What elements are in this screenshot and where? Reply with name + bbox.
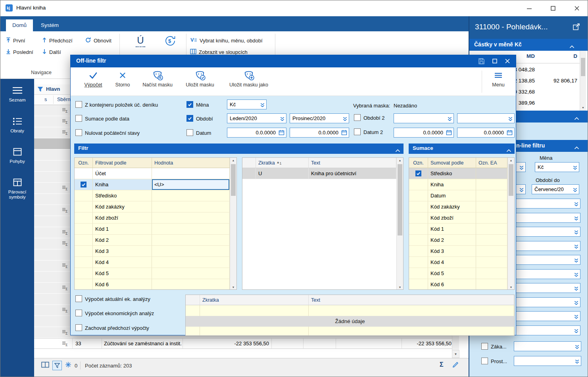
obdobi-to-combo[interactable]: Prosinec/2020 <box>290 113 349 123</box>
label-cell[interactable]: Kód 6 <box>93 279 152 290</box>
value-cell[interactable] <box>476 246 507 257</box>
obdobi2-from-combo[interactable] <box>394 113 454 123</box>
select-book-button[interactable]: V Vybrat knihu, měnu, období <box>190 36 263 45</box>
checkbox-cell[interactable] <box>409 268 428 279</box>
value-cell[interactable] <box>476 235 507 246</box>
value-cell[interactable] <box>152 224 230 235</box>
sumace-data-checkbox[interactable] <box>75 115 82 122</box>
label-cell[interactable]: Kód zboží <box>93 212 152 224</box>
lookup-row[interactable]: UKniha pro účetnictví <box>242 168 396 179</box>
checkbox-cell[interactable] <box>75 201 93 212</box>
obdobi-do-combo[interactable]: Červenec/20 <box>532 184 579 194</box>
next-button[interactable]: Další <box>42 48 61 56</box>
maximize-button[interactable] <box>544 0 562 16</box>
value-cell[interactable] <box>476 224 507 235</box>
filtr-row[interactable]: Kód 2 <box>75 235 230 246</box>
external-link-icon[interactable] <box>573 23 580 33</box>
obdobi-checkbox[interactable] <box>186 115 193 122</box>
first-button[interactable]: První <box>6 36 25 45</box>
value-cell[interactable] <box>152 257 230 268</box>
sidebar-item-pohyby[interactable]: Pohyby <box>0 148 34 164</box>
mena-combo[interactable]: Kč <box>535 162 579 172</box>
filtr-row[interactable]: Kód 1 <box>75 224 230 235</box>
label-cell[interactable]: Účet <box>93 168 152 179</box>
column-header-hodnota[interactable]: Hodnota <box>152 158 230 168</box>
datum-to-field[interactable]: 0.0.0000 <box>290 128 349 138</box>
close-icon[interactable] <box>503 57 512 65</box>
filtr-row[interactable]: Středisko <box>75 190 230 201</box>
column-header-zkratka[interactable]: Zkratka <box>200 295 309 305</box>
edit-pencil-icon[interactable] <box>452 362 459 368</box>
scrollbar-thumb[interactable] <box>231 164 236 196</box>
scroll-down-arrow[interactable]: ▼ <box>508 285 514 289</box>
lookup-table-scrollbar[interactable]: ▲ ▼ <box>396 158 403 289</box>
sidebar-item-seznam[interactable]: Seznam <box>0 86 34 103</box>
value-cell[interactable] <box>152 212 230 224</box>
filtr-row[interactable]: Kód 6 <box>75 279 230 290</box>
freeze-icon[interactable] <box>65 362 71 368</box>
filtr-row[interactable]: Kód zakázky <box>75 201 230 212</box>
label-cell[interactable]: Kód 4 <box>93 257 152 268</box>
obdobi-from-combo[interactable]: Leden/2020 <box>227 113 286 123</box>
sum-row[interactable]: Datum <box>409 190 507 201</box>
checkbox-cell[interactable] <box>75 224 93 235</box>
sidebar-item-obraty[interactable]: Obraty <box>0 117 34 134</box>
table-row-33[interactable]: Σ 33 Zúčtování se zaměstnanci a instit. … <box>34 338 452 349</box>
checkbox-cell[interactable] <box>409 212 428 224</box>
row-checkbox[interactable] <box>415 170 421 176</box>
scroll-up-arrow[interactable]: ▲ <box>508 158 514 163</box>
refresh-button[interactable]: Obnovit <box>85 36 111 45</box>
datum2-from-field[interactable]: 0.0.0000 <box>394 128 454 138</box>
value-cell[interactable] <box>476 257 507 268</box>
value-cell[interactable] <box>152 268 230 279</box>
checkbox-cell[interactable] <box>75 212 93 224</box>
amounts-scrollbar[interactable]: ▼ <box>580 51 586 111</box>
sum-icon[interactable]: Σ <box>440 361 444 368</box>
load-mask-button[interactable]: Načíst masku <box>137 69 178 88</box>
mena-checkbox[interactable] <box>186 101 193 108</box>
value-cell[interactable] <box>152 201 230 212</box>
scroll-down-arrow[interactable]: ▼ <box>452 350 459 358</box>
ekonomicke-analyzy-checkbox[interactable] <box>75 310 82 316</box>
datum2-to-field[interactable]: 0.0.0000 <box>457 128 515 138</box>
scroll-down-arrow[interactable]: ▼ <box>230 285 236 289</box>
calendar-icon[interactable] <box>446 130 452 137</box>
label-cell[interactable]: Kód 5 <box>93 268 152 279</box>
checkbox-cell[interactable] <box>75 190 93 201</box>
sum-row[interactable]: Kód 3 <box>409 246 507 257</box>
sum-row[interactable]: Kód zakázky <box>409 201 507 212</box>
column-header-zkratka[interactable]: Zkratka ▲1 <box>256 158 309 168</box>
filtr-row[interactable]: Kód zboží <box>75 212 230 224</box>
sum-row[interactable]: Středisko <box>409 168 507 179</box>
filtr-row[interactable]: Účet <box>75 168 230 179</box>
save-icon[interactable] <box>477 57 486 65</box>
label-cell[interactable]: Kód zboží <box>428 212 476 224</box>
minimize-button[interactable] <box>520 0 538 16</box>
focused-value-cell[interactable]: <U> <box>152 179 230 190</box>
storno-button[interactable]: Storno <box>111 69 134 88</box>
checkbox-cell[interactable] <box>242 168 256 179</box>
value-cell[interactable]: Kniha pro účetnictví <box>309 168 396 179</box>
table-row[interactable] <box>186 327 514 336</box>
value-cell[interactable] <box>476 201 507 212</box>
checkbox-cell[interactable] <box>75 179 93 190</box>
label-cell[interactable]: Středisko <box>428 168 476 179</box>
sum-row[interactable]: Kód zboží <box>409 212 507 224</box>
save-mask-as-button[interactable]: Uložit masku jako <box>222 69 275 88</box>
checkbox-cell[interactable] <box>75 268 93 279</box>
sumace-section-header[interactable]: Sumace <box>409 144 515 154</box>
close-button[interactable] <box>568 0 586 16</box>
ek-analyza-checkbox[interactable] <box>75 295 82 302</box>
row-checkbox[interactable] <box>81 182 86 188</box>
value-cell[interactable] <box>152 246 230 257</box>
checkbox-cell[interactable] <box>409 179 428 190</box>
obdobi2-checkbox[interactable] <box>354 114 361 121</box>
checkbox-cell[interactable] <box>75 246 93 257</box>
column-header-ozn[interactable]: Ozn. <box>75 158 93 168</box>
sum-row[interactable]: Kód 5 <box>409 268 507 279</box>
value-cell[interactable] <box>152 235 230 246</box>
value-cell[interactable] <box>476 279 507 290</box>
label-cell[interactable]: Kód 1 <box>93 224 152 235</box>
checkbox-cell[interactable] <box>409 246 428 257</box>
checkbox-cell[interactable] <box>75 257 93 268</box>
